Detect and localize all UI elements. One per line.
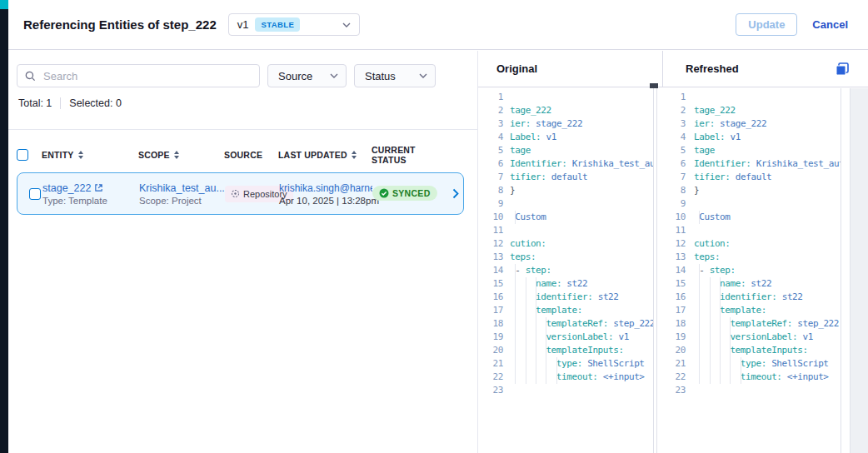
code-line: 4Label: v1 [657,131,841,144]
update-button[interactable]: Update [736,13,797,36]
version-value: v1 [237,18,249,31]
code-line: 4Label: v1 [478,131,653,144]
code-line: 8} [478,184,653,197]
code-line: 18templateRef: step_222 [478,317,653,331]
indent-guide [741,357,741,371]
code-line: 3ier: stage_222 [657,117,841,131]
indent-guide [515,264,516,277]
line-number: 2 [657,104,686,117]
indent-guide [699,344,700,357]
code-line: 7tifier: default [478,171,653,184]
status-filter-label: Status [365,70,396,82]
line-number: 1 [657,91,686,104]
indent-guide [710,331,711,344]
column-header-scope[interactable]: SCOPE [138,150,224,160]
line-number: 11 [478,224,503,237]
line-number: 20 [657,344,686,357]
column-header-entity[interactable]: ENTITY [42,150,138,160]
indent-guide [699,291,700,304]
code-line: 9 [657,197,841,211]
status-filter-dropdown[interactable]: Status [354,64,436,87]
indent-guide [720,344,721,357]
line-number: 4 [478,131,503,144]
indent-guide [720,304,721,317]
indent-guide [515,371,516,384]
code-line: 19versionLabel: v1 [478,331,653,344]
code-line: 17template: [478,304,653,317]
entity-link[interactable]: stage_222 [42,182,139,194]
indent-guide [730,357,731,371]
line-number: 15 [657,277,686,291]
indent-guide [515,291,516,304]
line-number: 22 [657,371,686,384]
updated-by-link[interactable]: krishika.singh@harnes... [279,182,372,194]
indent-guide [536,304,536,317]
repository-icon [231,189,240,198]
select-all-checkbox[interactable] [17,149,28,161]
original-code-editor[interactable]: 12tage_2223ier: stage_2224Label: v15tage… [478,88,654,453]
indent-guide [720,291,721,304]
table-row[interactable]: stage_222 Type: Template Krishika_test_a… [17,172,464,215]
indent-guide [741,371,741,384]
code-line: 10Custom [657,211,841,224]
column-header-last-updated[interactable]: LAST UPDATED [278,150,372,160]
line-number: 2 [478,104,503,117]
page-edge-strip [0,0,8,453]
indent-guide [720,331,721,344]
version-select[interactable]: v1 STABLE [228,13,360,36]
line-number: 5 [478,144,503,157]
line-number: 12 [478,237,503,251]
right-gutter-strip [850,88,868,453]
scope-link[interactable]: Krishika_test_au... [139,182,225,194]
code-line: 9 [478,197,653,211]
code-line: 5tage [657,144,841,157]
code-line: 5tage [478,144,653,157]
line-number: 6 [657,157,686,171]
line-number: 4 [657,131,686,144]
drawer-header: Referencing Entities of step_222 v1 STAB… [8,0,868,50]
updated-at: Apr 10, 2025 | 13:28pm [279,196,372,206]
code-line: 13teps: [478,251,653,264]
sort-icon [352,151,357,159]
indent-guide [526,371,526,384]
sort-icon [78,151,83,159]
search-box[interactable] [17,64,260,87]
code-line: 2tage_222 [657,104,841,117]
total-count: Total: 1 [18,97,52,109]
indent-guide [546,331,546,344]
code-line: 12cution: [657,237,841,251]
indent-guide [720,357,721,371]
copy-icon[interactable] [835,62,850,77]
line-number: 16 [657,291,686,304]
indent-guide [536,331,536,344]
indent-guide [536,291,536,304]
yaml-diff-section: Original Refreshed 12tage_2223ier: stage… [477,51,868,453]
line-number: 5 [657,144,686,157]
refreshed-code-editor[interactable]: 12tage_2223ier: stage_2224Label: v15tage… [656,88,841,453]
source-filter-dropdown[interactable]: Source [267,64,347,87]
code-line: 22timeout: <+input> [657,371,841,384]
indent-guide [699,317,700,331]
cancel-button[interactable]: Cancel [812,18,848,31]
indent-guide [720,371,721,384]
indent-guide [720,317,721,331]
indent-guide [556,371,557,384]
search-input[interactable] [42,69,252,83]
indent-guide [699,211,700,224]
row-checkbox[interactable] [29,188,41,200]
indent-guide [699,357,700,371]
search-icon [25,71,36,82]
line-number: 7 [478,171,503,184]
indent-guide [730,371,731,384]
line-number: 11 [657,224,686,237]
chevron-down-icon [330,73,338,78]
chevron-right-icon[interactable] [452,188,460,199]
selected-count: Selected: 0 [69,97,122,109]
indent-guide [526,357,526,371]
code-line: 3ier: stage_222 [478,117,653,131]
indent-guide [536,277,536,291]
code-line: 21type: ShellScript [657,357,841,371]
chevron-down-icon [342,22,351,27]
line-number: 15 [478,277,503,291]
refreshed-panel-header: Refreshed [663,51,868,87]
